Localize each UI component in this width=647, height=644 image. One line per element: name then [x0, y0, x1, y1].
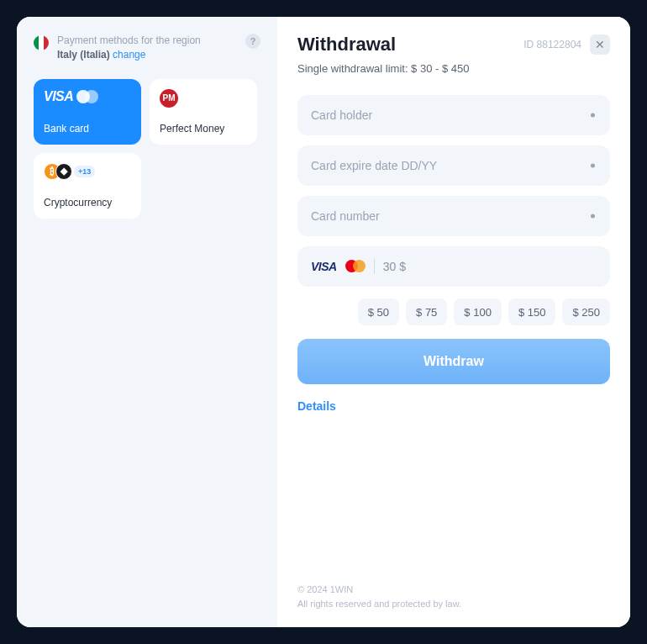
help-icon[interactable]: ? [245, 34, 260, 49]
card-holder-group [297, 95, 610, 135]
quick-amount-150[interactable]: $ 150 [508, 298, 556, 325]
panel-title: Withdrawal [297, 34, 396, 55]
visa-icon: VISA [311, 260, 337, 273]
quick-amount-100[interactable]: $ 100 [454, 298, 502, 325]
card-number-group [297, 196, 610, 236]
card-number-input[interactable] [297, 196, 610, 236]
close-icon[interactable]: ✕ [590, 34, 610, 55]
header-right: ID 88122804 ✕ [523, 34, 610, 55]
region-country: Italy (Italia) [57, 49, 110, 61]
panel-header: Withdrawal ID 88122804 ✕ [297, 34, 610, 55]
rights-text: All rights reserved and protected by law… [297, 597, 610, 611]
quick-amount-50[interactable]: $ 50 [358, 298, 399, 325]
card-holder-input[interactable] [297, 95, 610, 135]
details-link[interactable]: Details [297, 399, 610, 413]
withdraw-button[interactable]: Withdraw [297, 339, 610, 384]
method-bank-card[interactable]: VISA Bank card [34, 79, 141, 145]
region-label: Payment methods for the region [57, 34, 201, 46]
input-indicator-icon [591, 164, 595, 168]
method-label: Perfect Money [160, 123, 247, 135]
quick-amount-250[interactable]: $ 250 [562, 298, 610, 325]
region-text: Payment methods for the region Italy (It… [57, 34, 237, 62]
mastercard-icon [76, 89, 98, 104]
methods-grid: VISA Bank card PM Perfect Money ₿ ◆ +13 … [34, 79, 260, 219]
italy-flag-icon [34, 35, 49, 50]
input-indicator-icon [591, 113, 595, 118]
region-header: Payment methods for the region Italy (It… [34, 34, 260, 62]
amount-value: 30 $ [383, 260, 406, 273]
perfect-money-icon: PM [160, 89, 178, 108]
copyright: © 2024 1WIN [297, 583, 610, 597]
method-perfect-money[interactable]: PM Perfect Money [150, 79, 257, 145]
change-region-link[interactable]: change [113, 49, 145, 61]
quick-amount-75[interactable]: $ 75 [406, 298, 447, 325]
card-expire-group [297, 145, 610, 186]
visa-icon: VISA [44, 89, 73, 104]
pm-icons: PM [160, 89, 247, 108]
bankcard-icons: VISA [44, 89, 131, 104]
limit-text: Single withdrawal limit: $ 30 - $ 450 [297, 62, 610, 75]
method-cryptocurrency[interactable]: ₿ ◆ +13 Cryptocurrency [34, 153, 141, 219]
ethereum-icon: ◆ [55, 163, 72, 180]
crypto-count-badge: +13 [74, 166, 95, 177]
card-expire-input[interactable] [297, 145, 610, 186]
mastercard-icon [345, 260, 366, 273]
withdrawal-modal: Payment methods for the region Italy (It… [17, 17, 630, 627]
form-panel: Withdrawal ID 88122804 ✕ Single withdraw… [277, 17, 630, 627]
input-indicator-icon [591, 214, 595, 219]
crypto-icons: ₿ ◆ +13 [44, 163, 131, 180]
footer: © 2024 1WIN All rights reserved and prot… [297, 583, 610, 610]
method-label: Bank card [44, 123, 131, 135]
quick-amounts: $ 50 $ 75 $ 100 $ 150 $ 250 [297, 298, 610, 325]
methods-panel: Payment methods for the region Italy (It… [17, 17, 277, 627]
divider [374, 259, 375, 274]
transaction-id: ID 88122804 [523, 39, 581, 50]
method-label: Cryptocurrency [44, 197, 131, 209]
amount-input-row[interactable]: VISA 30 $ [297, 246, 610, 287]
